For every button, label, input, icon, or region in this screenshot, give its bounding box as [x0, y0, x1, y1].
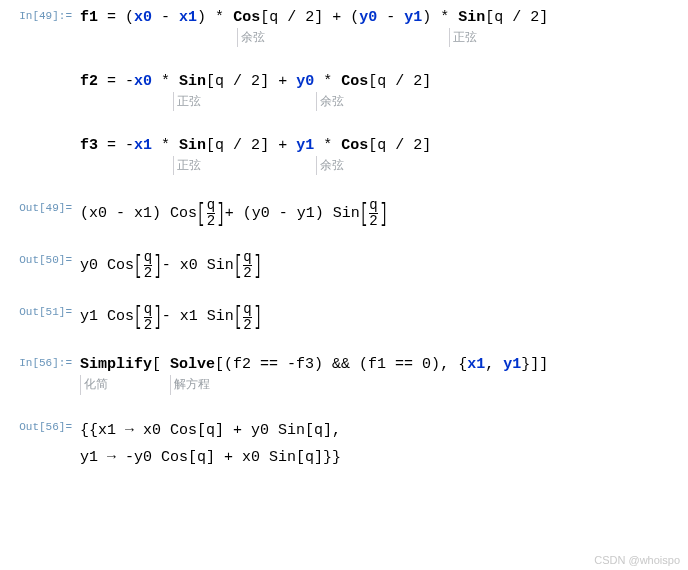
lbrk: [ — [206, 137, 215, 154]
out49-part1: (x0 - x1) Cos — [80, 202, 197, 226]
input-code-49-f3[interactable]: f3 = -x1 * Sin[q / 2] + y1 * Cos[q / 2] … — [80, 132, 688, 186]
lbrk: [ — [152, 356, 170, 373]
rbrk: ] — [422, 73, 431, 90]
out51-part2: - x1 Sin — [162, 305, 234, 329]
rbrk: ] — [539, 9, 548, 26]
output-51[interactable]: y1 Cos [ q2 ] - x1 Sin [ q2 ] — [80, 300, 688, 334]
right-bracket-icon: ] — [154, 253, 162, 279]
expr-f2-eq-negf3: (f2 == -f3) — [224, 356, 323, 373]
sym-y0: y0 — [359, 9, 377, 26]
out50-part1: y0 Cos — [80, 254, 134, 278]
output-50[interactable]: y0 Cos [ q2 ] - x0 Sin [ q2 ] — [80, 248, 688, 282]
left-bracket-icon: [ — [197, 201, 205, 227]
right-bracket-icon: ] — [154, 304, 162, 330]
lbrk: [ — [260, 9, 269, 26]
op-mul: * — [152, 73, 179, 90]
neg: - — [125, 73, 134, 90]
ann-simplify: 化简 — [80, 375, 108, 394]
rpar: ) — [422, 9, 431, 26]
input-code-49-f2[interactable]: f2 = -x0 * Sin[q / 2] + y0 * Cos[q / 2] … — [80, 68, 688, 122]
right-bracket-icon: ] — [254, 253, 262, 279]
ann-solve: 解方程 — [170, 375, 210, 394]
fn-cos: Cos — [233, 9, 260, 26]
output-cell-49: Out[49]= (x0 - x1) Cos [ q2 ] + (y0 - y1… — [0, 196, 688, 230]
sym-x0: x0 — [134, 9, 152, 26]
rbrk: ] — [422, 137, 431, 154]
out56-line1: {{x1 → x0 Cos[q] + y0 Sin[q], — [80, 417, 688, 444]
left-bracket-icon: [ — [134, 253, 142, 279]
arg-qhalf: q / 2 — [377, 137, 422, 154]
out50-part2: - x0 Sin — [162, 254, 234, 278]
out56-line2: y1 → -y0 Cos[q] + x0 Sin[q]}} — [80, 444, 688, 471]
fn-cos: Cos — [341, 137, 368, 154]
lbrk: [ — [368, 73, 377, 90]
neg: - — [125, 137, 134, 154]
in-label-56: In[56]:= — [0, 351, 80, 369]
sym-y1: y1 — [296, 137, 314, 154]
left-bracket-icon: [ — [360, 201, 368, 227]
lbrk: [ — [485, 9, 494, 26]
op-plus: + — [323, 9, 350, 26]
in-label-49: In[49]:= — [0, 4, 80, 22]
comma: , — [485, 356, 503, 373]
watermark: CSDN @whoispo — [594, 554, 680, 566]
sym-f2: f2 — [80, 73, 98, 90]
input-code-49-f3-row: f3 = -x1 * Sin[q / 2] + y1 * Cos[q / 2] … — [0, 132, 688, 186]
sym-f3: f3 — [80, 137, 98, 154]
arg-qhalf: q / 2 — [377, 73, 422, 90]
right-bracket-icon: ] — [254, 304, 262, 330]
op-plus: + — [269, 137, 296, 154]
expr-f1-eq-0: (f1 == 0) — [359, 356, 440, 373]
op-eq: = — [98, 9, 125, 26]
op-minus: - — [377, 9, 404, 26]
op-mul: * — [431, 9, 458, 26]
lpar: ( — [350, 9, 359, 26]
input-cell-56: In[56]:= Simplify[ Solve[(f2 == -f3) && … — [0, 351, 688, 405]
lbrk: [ — [215, 356, 224, 373]
fn-sin: Sin — [179, 73, 206, 90]
blank-label — [0, 68, 80, 74]
left-bracket-icon: [ — [234, 253, 242, 279]
sym-x1: x1 — [179, 9, 197, 26]
lpar: ( — [125, 9, 134, 26]
op-eq: = — [98, 137, 125, 154]
fn-cos: Cos — [341, 73, 368, 90]
op-mul: * — [314, 73, 341, 90]
sym-x0: x0 — [134, 73, 152, 90]
ann-sin-icon: 正弦 — [449, 28, 477, 47]
output-cell-51: Out[51]= y1 Cos [ q2 ] - x1 Sin [ q2 ] — [0, 300, 688, 334]
output-56[interactable]: {{x1 → x0 Cos[q] + y0 Sin[q], y1 → -y0 C… — [80, 415, 688, 471]
output-cell-50: Out[50]= y0 Cos [ q2 ] - x0 Sin [ q2 ] — [0, 248, 688, 282]
frac-q-2: q2 — [243, 302, 251, 334]
op-and: && — [323, 356, 359, 373]
op-mul: * — [152, 137, 179, 154]
input-code-56[interactable]: Simplify[ Solve[(f2 == -f3) && (f1 == 0)… — [80, 351, 688, 405]
sym-x1: x1 — [467, 356, 485, 373]
arg-qhalf: q / 2 — [215, 137, 260, 154]
fn-solve: Solve — [170, 356, 215, 373]
ann-cos-icon: 余弦 — [316, 92, 344, 111]
fn-sin: Sin — [458, 9, 485, 26]
input-code-49-f1[interactable]: f1 = (x0 - x1) * Cos[q / 2] + (y0 - y1) … — [80, 4, 688, 58]
sym-x1: x1 — [134, 137, 152, 154]
frac-q-2: q2 — [144, 302, 152, 334]
frac-q-2: q2 — [369, 198, 377, 230]
rbrk: ] — [314, 9, 323, 26]
ann-sin-icon: 正弦 — [173, 92, 201, 111]
annotation-row-56: 化简 解方程 — [80, 375, 688, 395]
comma: , — [440, 356, 458, 373]
annotation-row-f1: 余弦 正弦 — [80, 28, 688, 48]
lbrk: [ — [206, 73, 215, 90]
arg-qhalf: q / 2 — [215, 73, 260, 90]
out49-part2: + (y0 - y1) Sin — [225, 202, 360, 226]
lbrace: { — [458, 356, 467, 373]
rbrk: ] — [260, 137, 269, 154]
op-minus: - — [152, 9, 179, 26]
left-bracket-icon: [ — [134, 304, 142, 330]
rbrk: ] — [530, 356, 539, 373]
op-mul: * — [206, 9, 233, 26]
out-label-50: Out[50]= — [0, 248, 80, 266]
output-49[interactable]: (x0 - x1) Cos [ q2 ] + (y0 - y1) Sin [ q… — [80, 196, 688, 230]
rbrk: ] — [260, 73, 269, 90]
op-mul: * — [314, 137, 341, 154]
